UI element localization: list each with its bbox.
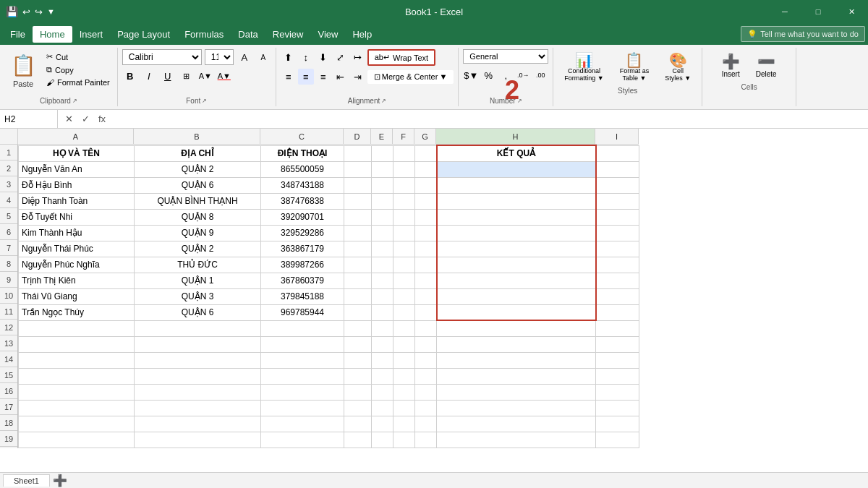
number-expand-icon[interactable]: ↗ [517,98,522,104]
cell-i18[interactable] [596,416,639,432]
menu-formulas[interactable]: Formulas [177,26,231,43]
cell-a10[interactable]: Thái Vũ Giang [19,288,135,304]
cell-b10[interactable]: QUẬN 3 [135,288,261,304]
menu-help[interactable]: Help [345,26,379,43]
confirm-formula-icon[interactable]: ✓ [79,112,93,126]
col-header-c[interactable]: C [260,129,344,145]
merge-dropdown-icon[interactable]: ▼ [439,72,447,81]
cell-g9[interactable] [415,273,437,288]
conditional-formatting-button[interactable]: 📊 ConditionalFormatting ▼ [558,49,610,85]
cell-a7[interactable]: Nguyễn Thái Phúc [19,241,135,257]
border-button[interactable]: ⊞ [179,68,195,84]
cell-f18[interactable] [393,416,415,432]
cell-b7[interactable]: QUẬN 2 [135,241,261,257]
cell-c16[interactable] [261,384,344,400]
cell-i11[interactable] [596,304,639,320]
cell-a18[interactable] [19,416,135,432]
cell-d4[interactable] [344,193,372,209]
align-bottom-button[interactable]: ⬇ [315,50,331,66]
add-sheet-button[interactable]: ➕ [53,474,67,487]
cell-g11[interactable] [415,304,437,320]
cell-d13[interactable] [344,336,372,352]
tell-me-input[interactable]: 💡 Tell me what you want to do [741,26,865,42]
cell-d15[interactable] [344,368,372,384]
cell-e5[interactable] [372,209,393,225]
cell-b18[interactable] [135,416,261,432]
sheet-tab-1[interactable]: Sheet1 [3,474,50,487]
cell-i6[interactable] [596,225,639,241]
col-header-f[interactable]: F [393,129,414,145]
cell-g18[interactable] [415,416,437,432]
cell-a8[interactable]: Nguyễn Phúc Nghĩa [19,257,135,273]
font-size-select[interactable]: 11 [205,49,234,65]
cell-f7[interactable] [393,241,415,257]
cell-e14[interactable] [372,352,393,368]
cell-h5[interactable] [437,209,596,225]
cell-i15[interactable] [596,368,639,384]
cell-e15[interactable] [372,368,393,384]
cell-h19[interactable] [437,432,596,448]
cell-g16[interactable] [415,384,437,400]
col-header-g[interactable]: G [414,129,436,145]
cell-a4[interactable]: Diệp Thanh Toàn [19,193,135,209]
cell-h2[interactable] [437,161,596,177]
cell-b8[interactable]: THỦ ĐỨC [135,257,261,273]
menu-file[interactable]: File [3,26,33,43]
cell-c18[interactable] [261,416,344,432]
cell-c10[interactable]: 379845188 [261,288,344,304]
cell-b9[interactable]: QUẬN 1 [135,273,261,288]
cut-button[interactable]: ✂ Cut [43,51,113,63]
cell-h12[interactable] [437,320,596,336]
cell-e17[interactable] [372,400,393,416]
col-header-i[interactable]: I [595,129,639,145]
cell-i2[interactable] [596,161,639,177]
cell-d9[interactable] [344,273,372,288]
shrink-font-button[interactable]: A [255,49,271,65]
cell-h9[interactable] [437,273,596,288]
font-expand-icon[interactable]: ↗ [202,98,207,104]
cell-f4[interactable] [393,193,415,209]
cell-i8[interactable] [596,257,639,273]
cell-h11[interactable] [437,304,596,320]
cell-f13[interactable] [393,336,415,352]
cell-g2[interactable] [415,161,437,177]
cell-e6[interactable] [372,225,393,241]
alignment-expand-icon[interactable]: ↗ [381,98,386,104]
cell-h6[interactable] [437,225,596,241]
cell-g13[interactable] [415,336,437,352]
cell-c1[interactable]: ĐIỆN THOẠI [261,145,344,161]
percent-button[interactable]: % [480,67,496,83]
cell-e12[interactable] [372,320,393,336]
cell-d19[interactable] [344,432,372,448]
col-header-b[interactable]: B [134,129,260,145]
cell-b14[interactable] [135,352,261,368]
bold-button[interactable]: B [122,68,138,84]
cell-b6[interactable]: QUẬN 9 [135,225,261,241]
cell-c7[interactable]: 363867179 [261,241,344,257]
cell-e11[interactable] [372,304,393,320]
cell-e7[interactable] [372,241,393,257]
cell-d18[interactable] [344,416,372,432]
cell-f9[interactable] [393,273,415,288]
cell-i4[interactable] [596,193,639,209]
cell-i12[interactable] [596,320,639,336]
cell-a3[interactable]: Đỗ Hậu Bình [19,177,135,193]
cell-h13[interactable] [437,336,596,352]
increase-indent-button[interactable]: ⇥ [350,69,366,85]
cell-a14[interactable] [19,352,135,368]
minimize-button[interactable]: ─ [768,0,801,23]
cell-b2[interactable]: QUẬN 2 [135,161,261,177]
cell-h3[interactable] [437,177,596,193]
cell-a19[interactable] [19,432,135,448]
cell-b4[interactable]: QUẬN BÌNH THẠNH [135,193,261,209]
align-center-button[interactable]: ≡ [298,69,314,85]
align-top-button[interactable]: ⬆ [281,50,297,66]
cell-d17[interactable] [344,400,372,416]
font-name-select[interactable]: Calibri [122,49,202,65]
cell-i10[interactable] [596,288,639,304]
cell-i13[interactable] [596,336,639,352]
col-header-a[interactable]: A [18,129,134,145]
cell-h14[interactable]: 1 [437,352,596,368]
cell-a15[interactable] [19,368,135,384]
cell-g15[interactable] [415,368,437,384]
